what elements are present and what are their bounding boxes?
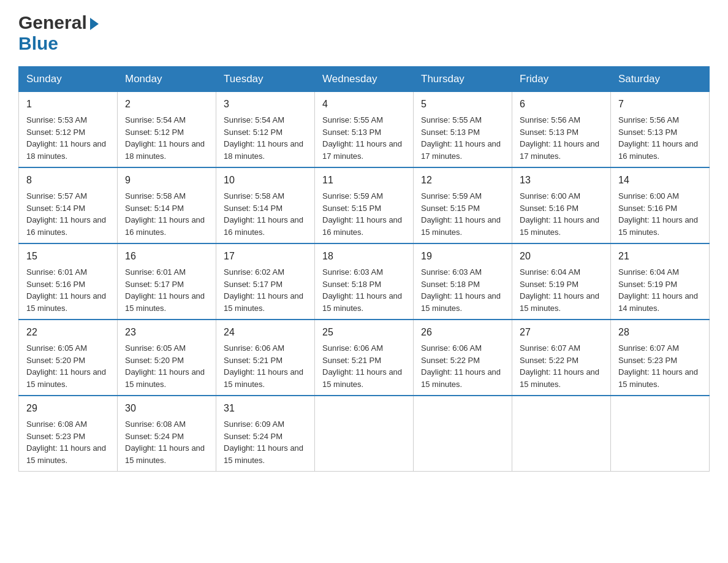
- calendar-cell: 30 Sunrise: 6:08 AM Sunset: 5:24 PM Dayl…: [118, 396, 216, 472]
- calendar-cell: 20 Sunrise: 6:04 AM Sunset: 5:19 PM Dayl…: [512, 243, 611, 320]
- calendar-cell: 24 Sunrise: 6:06 AM Sunset: 5:21 PM Dayl…: [216, 320, 315, 396]
- calendar-cell: [315, 396, 414, 472]
- logo-general-text: General: [18, 12, 87, 33]
- day-info: Sunrise: 6:06 AM Sunset: 5:22 PM Dayligh…: [421, 343, 501, 389]
- calendar-cell: 6 Sunrise: 5:56 AM Sunset: 5:13 PM Dayli…: [512, 92, 611, 168]
- weekday-header-tuesday: Tuesday: [216, 67, 315, 92]
- weekday-header-monday: Monday: [118, 67, 216, 92]
- day-number: 20: [520, 249, 603, 264]
- day-number: 30: [125, 401, 208, 416]
- day-number: 24: [224, 325, 307, 340]
- day-info: Sunrise: 6:05 AM Sunset: 5:20 PM Dayligh…: [26, 343, 106, 389]
- day-number: 23: [125, 325, 208, 340]
- calendar-cell: 18 Sunrise: 6:03 AM Sunset: 5:18 PM Dayl…: [315, 243, 414, 320]
- day-number: 31: [224, 401, 307, 416]
- day-number: 27: [520, 325, 603, 340]
- calendar-cell: 7 Sunrise: 5:56 AM Sunset: 5:13 PM Dayli…: [611, 92, 710, 168]
- calendar-cell: 26 Sunrise: 6:06 AM Sunset: 5:22 PM Dayl…: [414, 320, 512, 396]
- calendar-cell: [512, 396, 611, 472]
- day-number: 26: [421, 325, 504, 340]
- calendar-cell: 31 Sunrise: 6:09 AM Sunset: 5:24 PM Dayl…: [216, 396, 315, 472]
- day-number: 17: [224, 249, 307, 264]
- calendar-cell: 14 Sunrise: 6:00 AM Sunset: 5:16 PM Dayl…: [611, 167, 710, 243]
- calendar-cell: 16 Sunrise: 6:01 AM Sunset: 5:17 PM Dayl…: [118, 243, 216, 320]
- calendar-cell: 12 Sunrise: 5:59 AM Sunset: 5:15 PM Dayl…: [414, 167, 512, 243]
- day-number: 4: [322, 97, 406, 112]
- calendar-cell: 15 Sunrise: 6:01 AM Sunset: 5:16 PM Dayl…: [19, 243, 118, 320]
- day-info: Sunrise: 5:59 AM Sunset: 5:15 PM Dayligh…: [421, 191, 501, 237]
- weekday-header-thursday: Thursday: [414, 67, 512, 92]
- calendar-cell: 3 Sunrise: 5:54 AM Sunset: 5:12 PM Dayli…: [216, 92, 315, 168]
- page-header: General Blue: [18, 12, 710, 54]
- weekday-header-saturday: Saturday: [611, 67, 710, 92]
- calendar-cell: 2 Sunrise: 5:54 AM Sunset: 5:12 PM Dayli…: [118, 92, 216, 168]
- day-number: 14: [618, 173, 702, 188]
- day-number: 19: [421, 249, 504, 264]
- day-number: 22: [26, 325, 110, 340]
- weekday-header-friday: Friday: [512, 67, 611, 92]
- calendar-cell: [414, 396, 512, 472]
- day-info: Sunrise: 6:01 AM Sunset: 5:17 PM Dayligh…: [125, 267, 205, 313]
- day-number: 8: [26, 173, 110, 188]
- calendar-cell: 5 Sunrise: 5:55 AM Sunset: 5:13 PM Dayli…: [414, 92, 512, 168]
- logo-triangle-icon: [90, 18, 99, 30]
- calendar-header-row: SundayMondayTuesdayWednesdayThursdayFrid…: [19, 67, 710, 92]
- day-info: Sunrise: 5:55 AM Sunset: 5:13 PM Dayligh…: [322, 115, 402, 161]
- calendar-cell: [611, 396, 710, 472]
- day-number: 15: [26, 249, 110, 264]
- day-info: Sunrise: 5:57 AM Sunset: 5:14 PM Dayligh…: [26, 191, 106, 237]
- calendar-cell: 21 Sunrise: 6:04 AM Sunset: 5:19 PM Dayl…: [611, 243, 710, 320]
- calendar-cell: 10 Sunrise: 5:58 AM Sunset: 5:14 PM Dayl…: [216, 167, 315, 243]
- calendar-cell: 1 Sunrise: 5:53 AM Sunset: 5:12 PM Dayli…: [19, 92, 118, 168]
- calendar-cell: 19 Sunrise: 6:03 AM Sunset: 5:18 PM Dayl…: [414, 243, 512, 320]
- calendar-cell: 8 Sunrise: 5:57 AM Sunset: 5:14 PM Dayli…: [19, 167, 118, 243]
- day-info: Sunrise: 5:54 AM Sunset: 5:12 PM Dayligh…: [125, 115, 205, 161]
- day-number: 10: [224, 173, 307, 188]
- day-number: 9: [125, 173, 208, 188]
- day-info: Sunrise: 5:54 AM Sunset: 5:12 PM Dayligh…: [224, 115, 303, 161]
- calendar-cell: 9 Sunrise: 5:58 AM Sunset: 5:14 PM Dayli…: [118, 167, 216, 243]
- day-info: Sunrise: 6:00 AM Sunset: 5:16 PM Dayligh…: [520, 191, 599, 237]
- day-info: Sunrise: 6:05 AM Sunset: 5:20 PM Dayligh…: [125, 343, 205, 389]
- day-info: Sunrise: 5:55 AM Sunset: 5:13 PM Dayligh…: [421, 115, 501, 161]
- calendar-cell: 13 Sunrise: 6:00 AM Sunset: 5:16 PM Dayl…: [512, 167, 611, 243]
- day-info: Sunrise: 5:58 AM Sunset: 5:14 PM Dayligh…: [125, 191, 205, 237]
- calendar-table: SundayMondayTuesdayWednesdayThursdayFrid…: [18, 66, 710, 472]
- day-info: Sunrise: 6:09 AM Sunset: 5:24 PM Dayligh…: [224, 419, 303, 465]
- day-info: Sunrise: 5:59 AM Sunset: 5:15 PM Dayligh…: [322, 191, 402, 237]
- day-info: Sunrise: 6:04 AM Sunset: 5:19 PM Dayligh…: [618, 267, 698, 313]
- day-number: 25: [322, 325, 406, 340]
- calendar-cell: 4 Sunrise: 5:55 AM Sunset: 5:13 PM Dayli…: [315, 92, 414, 168]
- day-info: Sunrise: 6:07 AM Sunset: 5:22 PM Dayligh…: [520, 343, 599, 389]
- day-number: 11: [322, 173, 406, 188]
- day-number: 18: [322, 249, 406, 264]
- day-info: Sunrise: 6:00 AM Sunset: 5:16 PM Dayligh…: [618, 191, 698, 237]
- day-info: Sunrise: 5:56 AM Sunset: 5:13 PM Dayligh…: [618, 115, 698, 161]
- day-info: Sunrise: 6:02 AM Sunset: 5:17 PM Dayligh…: [224, 267, 303, 313]
- calendar-week-row-3: 15 Sunrise: 6:01 AM Sunset: 5:16 PM Dayl…: [19, 243, 710, 320]
- day-number: 16: [125, 249, 208, 264]
- calendar-cell: 28 Sunrise: 6:07 AM Sunset: 5:23 PM Dayl…: [611, 320, 710, 396]
- logo: General Blue: [18, 12, 99, 54]
- calendar-cell: 17 Sunrise: 6:02 AM Sunset: 5:17 PM Dayl…: [216, 243, 315, 320]
- calendar-week-row-4: 22 Sunrise: 6:05 AM Sunset: 5:20 PM Dayl…: [19, 320, 710, 396]
- calendar-cell: 27 Sunrise: 6:07 AM Sunset: 5:22 PM Dayl…: [512, 320, 611, 396]
- day-number: 13: [520, 173, 603, 188]
- calendar-week-row-1: 1 Sunrise: 5:53 AM Sunset: 5:12 PM Dayli…: [19, 92, 710, 168]
- day-number: 1: [26, 97, 110, 112]
- day-info: Sunrise: 6:03 AM Sunset: 5:18 PM Dayligh…: [322, 267, 402, 313]
- day-number: 2: [125, 97, 208, 112]
- day-info: Sunrise: 6:04 AM Sunset: 5:19 PM Dayligh…: [520, 267, 599, 313]
- day-number: 21: [618, 249, 702, 264]
- calendar-cell: 22 Sunrise: 6:05 AM Sunset: 5:20 PM Dayl…: [19, 320, 118, 396]
- day-info: Sunrise: 6:07 AM Sunset: 5:23 PM Dayligh…: [618, 343, 698, 389]
- day-number: 5: [421, 97, 504, 112]
- weekday-header-wednesday: Wednesday: [315, 67, 414, 92]
- day-info: Sunrise: 6:08 AM Sunset: 5:23 PM Dayligh…: [26, 419, 106, 465]
- day-number: 29: [26, 401, 110, 416]
- calendar-week-row-5: 29 Sunrise: 6:08 AM Sunset: 5:23 PM Dayl…: [19, 396, 710, 472]
- day-info: Sunrise: 6:06 AM Sunset: 5:21 PM Dayligh…: [224, 343, 303, 389]
- day-info: Sunrise: 5:56 AM Sunset: 5:13 PM Dayligh…: [520, 115, 599, 161]
- weekday-header-sunday: Sunday: [19, 67, 118, 92]
- day-info: Sunrise: 6:01 AM Sunset: 5:16 PM Dayligh…: [26, 267, 106, 313]
